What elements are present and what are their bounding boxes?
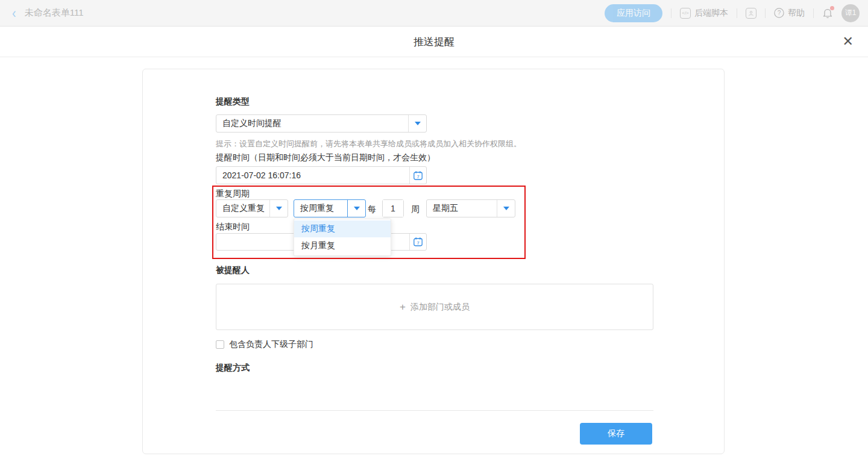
app-access-button[interactable]: 应用访问 — [605, 4, 662, 22]
chevron-down-icon — [269, 200, 288, 217]
reminder-type-value: 自定义时间提醒 — [216, 115, 408, 132]
unit-label: 周 — [411, 204, 420, 215]
help-button[interactable]: ? 帮助 — [774, 8, 805, 19]
repeat-frequency-dropdown: 按周重复 按月重复 — [294, 219, 391, 256]
add-members-label: 添加部门或成员 — [410, 302, 470, 313]
plus-icon: + — [400, 301, 406, 313]
svg-text:7: 7 — [417, 240, 420, 246]
separator — [671, 8, 671, 18]
every-label: 每 — [368, 204, 376, 215]
svg-text:7: 7 — [417, 173, 420, 179]
modal-header: 推送提醒 ✕ — [0, 27, 868, 57]
backend-script-label: 后端脚本 — [694, 8, 728, 19]
weekday-value: 星期五 — [427, 200, 497, 217]
question-circle-icon: ? — [774, 8, 784, 18]
weekday-select[interactable]: 星期五 — [426, 199, 515, 217]
backend-script-button[interactable]: </> 后端脚本 — [680, 8, 728, 19]
notifications-button[interactable] — [822, 7, 833, 19]
dropdown-option-weekly[interactable]: 按周重复 — [294, 220, 391, 237]
reminder-time-label: 提醒时间（日期和时间必须大于当前日期时间，才会生效） — [216, 152, 435, 163]
contacts-button[interactable] — [746, 8, 756, 19]
separator — [765, 8, 766, 18]
dropdown-option-monthly[interactable]: 按月重复 — [294, 237, 391, 254]
repeat-mode-value: 自定义重复 — [216, 200, 269, 217]
reminder-time-input[interactable] — [216, 167, 409, 184]
reminder-type-label: 提醒类型 — [216, 96, 250, 107]
repeat-frequency-select[interactable]: 按周重复 — [294, 199, 366, 217]
reminder-method-label: 提醒方式 — [216, 363, 250, 373]
add-members-button[interactable]: + 添加部门或成员 — [216, 284, 653, 330]
chevron-down-icon — [347, 200, 365, 217]
interval-input[interactable] — [383, 200, 403, 217]
save-button[interactable]: 保存 — [580, 423, 652, 445]
repeat-frequency-value: 按周重复 — [294, 200, 347, 217]
reminder-type-tip: 提示：设置自定义时间提醒前，请先将本表单共享给成员或将成员加入相关协作权限组。 — [216, 139, 521, 149]
modal-title: 推送提醒 — [0, 27, 868, 57]
chevron-down-icon — [497, 200, 515, 217]
include-sub-dept-row[interactable]: 包含负责人下级子部门 — [216, 339, 313, 350]
top-bar: ‹ 未命名表单111 应用访问 </> 后端脚本 ? — [0, 0, 868, 27]
reminder-type-select[interactable]: 自定义时间提醒 — [216, 114, 427, 133]
form-title: 未命名表单111 — [25, 7, 84, 19]
close-icon[interactable]: ✕ — [843, 35, 854, 48]
interval-input-wrap — [382, 199, 404, 217]
calendar-icon[interactable]: 7 — [409, 167, 426, 184]
include-sub-dept-label: 包含负责人下级子部门 — [229, 339, 313, 350]
address-book-icon — [746, 8, 756, 19]
notification-dot — [830, 6, 834, 10]
help-label: 帮助 — [788, 8, 805, 19]
end-time-label: 结束时间 — [216, 222, 250, 233]
repeat-mode-select[interactable]: 自定义重复 — [216, 199, 288, 217]
svg-text:?: ? — [778, 10, 781, 16]
separator — [813, 8, 814, 18]
code-icon: </> — [680, 8, 691, 19]
checkbox-icon[interactable] — [216, 340, 224, 349]
calendar-icon[interactable]: 7 — [409, 234, 426, 250]
separator — [737, 8, 737, 18]
repeat-cycle-label: 重复周期 — [216, 189, 250, 199]
reminder-time-input-wrap: 7 — [216, 166, 427, 184]
reminded-people-label: 被提醒人 — [216, 265, 250, 276]
back-icon[interactable]: ‹ — [12, 6, 16, 20]
divider — [216, 410, 653, 411]
chevron-down-icon — [408, 115, 426, 132]
push-reminder-page: ‹ 未命名表单111 应用访问 </> 后端脚本 ? — [0, 0, 868, 456]
avatar[interactable]: 谭1 — [841, 4, 860, 22]
